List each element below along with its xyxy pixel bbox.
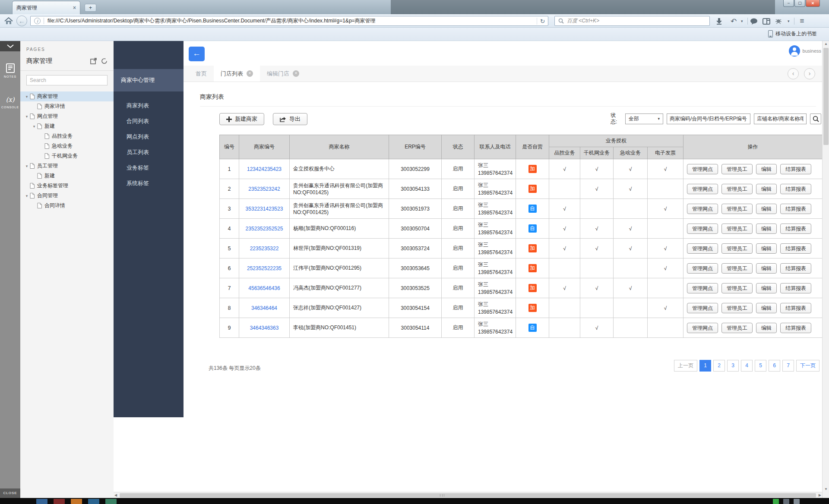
manage-staff-button[interactable]: 管理员工 [721, 204, 753, 214]
back-button[interactable]: ← [16, 16, 27, 26]
tree-caret-icon[interactable]: ▾ [24, 114, 30, 119]
tree-caret-icon[interactable]: ▾ [31, 124, 37, 129]
manage-staff-button[interactable]: 管理员工 [721, 243, 753, 254]
tree-item[interactable]: 急啥业务 [20, 141, 114, 151]
settlement-report-button[interactable]: 结算报表 [780, 303, 811, 313]
manage-stores-button[interactable]: 管理网点 [687, 204, 718, 214]
pagination-page-button[interactable]: 3 [727, 360, 739, 372]
pagination-page-button[interactable]: 4 [741, 360, 753, 372]
tab-home[interactable]: 首页 [189, 66, 214, 82]
status-select[interactable]: 全部 ▾ [625, 113, 663, 124]
tab-close-icon[interactable]: × [247, 70, 253, 77]
undo-dropdown-icon[interactable]: ▾ [741, 19, 745, 23]
tree-item[interactable]: 合同详情 [20, 201, 114, 211]
pagination-page-button[interactable]: 2 [713, 360, 725, 372]
rail-notes-button[interactable]: NOTES [0, 57, 20, 85]
manage-staff-button[interactable]: 管理员工 [721, 263, 753, 274]
taskbar-app-icon[interactable] [105, 499, 117, 504]
tab-close-icon[interactable]: × [73, 5, 76, 11]
pagination-page-button[interactable]: 5 [755, 360, 766, 372]
horizontal-scrollbar-thumb[interactable] [120, 493, 816, 498]
merchant-code-link[interactable]: 23523523242 [239, 179, 290, 199]
minimize-button[interactable]: – [783, 0, 794, 7]
horizontal-scrollbar[interactable]: ◀ ▶ [114, 492, 822, 498]
manage-staff-button[interactable]: 管理员工 [721, 283, 753, 293]
settlement-report-button[interactable]: 结算报表 [780, 243, 811, 254]
new-tab-button[interactable]: + [85, 4, 96, 12]
pagination-page-button[interactable]: 7 [782, 360, 794, 372]
open-in-new-icon[interactable] [90, 58, 97, 64]
new-merchant-button[interactable]: 新建商家 [219, 113, 264, 125]
user-badge[interactable]: business [789, 45, 821, 57]
home-icon[interactable] [3, 16, 14, 26]
vertical-scrollbar-thumb[interactable] [823, 48, 829, 145]
taskbar-tray-icon[interactable] [783, 499, 789, 504]
settlement-report-button[interactable]: 结算报表 [780, 164, 811, 174]
scroll-up-icon[interactable]: ▲ [823, 42, 829, 46]
edit-button[interactable]: 编辑 [756, 204, 777, 214]
close-window-button[interactable]: × [806, 0, 820, 7]
vertical-scrollbar[interactable]: ▲ ▼ [822, 41, 829, 498]
settlement-report-button[interactable]: 结算报表 [780, 283, 811, 293]
edit-button[interactable]: 编辑 [756, 243, 777, 254]
sidebar-item[interactable]: 网点列表 [114, 129, 184, 145]
settlement-report-button[interactable]: 结算报表 [780, 323, 811, 333]
reload-icon[interactable]: ↻ [537, 18, 548, 25]
manage-stores-button[interactable]: 管理网点 [687, 164, 718, 174]
page-back-button[interactable]: ← [189, 47, 205, 61]
rail-console-button[interactable]: (x) CONSOLE [0, 88, 20, 116]
manage-staff-button[interactable]: 管理员工 [721, 164, 753, 174]
manage-staff-button[interactable]: 管理员工 [721, 303, 753, 313]
edit-button[interactable]: 编辑 [756, 224, 777, 234]
manage-stores-button[interactable]: 管理网点 [687, 224, 718, 234]
url-bar[interactable]: i file:///C:/Users/Administrator/Desktop… [30, 16, 548, 26]
undo-icon[interactable]: ↶ [728, 17, 739, 26]
tree-item[interactable]: 品胜业务 [20, 131, 114, 141]
scroll-right-icon[interactable]: ▶ [819, 492, 821, 498]
bookmark-item[interactable]: 移动设备上的书签 [768, 30, 817, 38]
tab-scroll-left-button[interactable]: ‹ [788, 68, 799, 79]
tab-window-icon[interactable] [763, 18, 773, 25]
edit-button[interactable]: 编辑 [756, 283, 777, 293]
pagination-page-button[interactable]: 6 [769, 360, 780, 372]
settlement-report-button[interactable]: 结算报表 [780, 204, 811, 214]
sidebar-item[interactable]: 员工列表 [114, 145, 184, 160]
edit-button[interactable]: 编辑 [756, 184, 777, 194]
edit-button[interactable]: 编辑 [756, 303, 777, 313]
tree-caret-icon[interactable]: ▾ [24, 194, 30, 198]
tree-item[interactable]: ▾新建 [20, 121, 114, 131]
merchant-code-link[interactable]: 123424235423 [239, 159, 290, 179]
plugin-bug-icon[interactable] [775, 18, 785, 24]
menu-icon[interactable]: ≡ [797, 17, 807, 25]
windows-taskbar[interactable] [0, 498, 829, 504]
tab-scroll-right-button[interactable]: › [804, 68, 815, 79]
filter-search-button[interactable] [810, 113, 821, 124]
taskbar-tray-icon[interactable] [773, 499, 779, 504]
manage-staff-button[interactable]: 管理员工 [721, 224, 753, 234]
merchant-code-link[interactable]: 2352352352525 [239, 219, 290, 239]
manage-staff-button[interactable]: 管理员工 [721, 323, 753, 333]
manage-stores-button[interactable]: 管理网点 [687, 283, 718, 293]
merchant-code-filter-input[interactable] [667, 113, 750, 124]
manage-stores-button[interactable]: 管理网点 [687, 184, 718, 194]
tab-close-icon[interactable]: × [293, 70, 299, 77]
sidebar-item[interactable]: 合同列表 [114, 113, 184, 129]
tree-item[interactable]: 千机网业务 [20, 151, 114, 161]
scroll-left-icon[interactable]: ◀ [114, 492, 117, 498]
merchant-code-link[interactable]: 2235235322 [239, 239, 290, 258]
export-button[interactable]: 导出 [273, 113, 307, 125]
plugin-dropdown-icon[interactable]: ▾ [788, 19, 792, 23]
edit-button[interactable]: 编辑 [756, 164, 777, 174]
tree-caret-icon[interactable]: ▾ [24, 94, 30, 99]
manage-stores-button[interactable]: 管理网点 [687, 323, 718, 333]
sidebar-item[interactable]: 商家列表 [114, 98, 184, 113]
pagination-next-button[interactable]: 下一页 [796, 360, 820, 372]
store-name-filter-input[interactable] [754, 113, 807, 124]
tree-item[interactable]: 新建 [20, 171, 114, 181]
settlement-report-button[interactable]: 结算报表 [780, 263, 811, 274]
taskbar-app-icon[interactable] [36, 499, 47, 504]
edit-button[interactable]: 编辑 [756, 263, 777, 274]
settlement-report-button[interactable]: 结算报表 [780, 184, 811, 194]
taskbar-tray-icon[interactable] [794, 499, 800, 504]
pagination-prev-button[interactable]: 上一页 [674, 360, 697, 372]
